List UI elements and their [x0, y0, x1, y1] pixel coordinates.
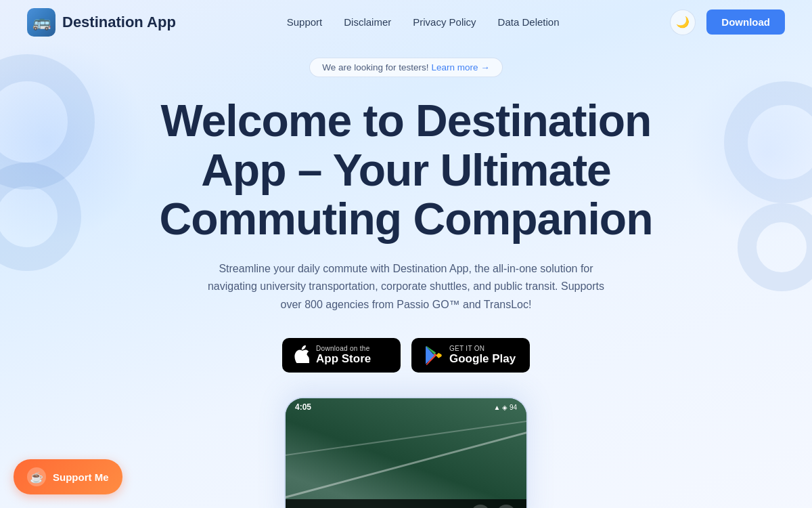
store-buttons: Download on the App Store GET IT ON Goog… — [282, 338, 530, 373]
bottom-actions: ♡ ✕ — [471, 505, 516, 508]
status-icons: ▲ ◈ 94 — [493, 404, 517, 411]
testers-banner: We are looking for testers! Learn more → — [309, 58, 502, 77]
download-button[interactable]: Download — [706, 9, 785, 35]
app-store-sub: Download on the — [316, 345, 371, 352]
phone-screen: 4:05 ▲ ◈ 94 Univ Hall ♡ ✕ — [286, 398, 526, 508]
hero-section: We are looking for testers! Learn more →… — [0, 44, 812, 508]
phone-bottom-bar: Univ Hall ♡ ✕ — [286, 499, 526, 508]
nav-data-deletion[interactable]: Data Deletion — [498, 16, 560, 28]
coffee-symbol: ☕ — [30, 471, 43, 484]
navbar: 🚌 Destination App Support Disclaimer Pri… — [0, 0, 812, 44]
phone-mockup: 4:05 ▲ ◈ 94 Univ Hall ♡ ✕ — [284, 397, 528, 508]
hero-title: Welcome to Destination App – Your Ultima… — [142, 96, 670, 244]
app-name: Destination App — [62, 14, 176, 31]
phone-status-bar: 4:05 ▲ ◈ 94 — [286, 398, 526, 416]
app-icon-symbol: 🚌 — [32, 14, 51, 31]
support-me-label: Support Me — [53, 471, 109, 483]
coffee-icon: ☕ — [27, 467, 46, 486]
app-store-button[interactable]: Download on the App Store — [282, 338, 401, 373]
app-store-main: App Store — [316, 352, 371, 366]
google-play-text: GET IT ON Google Play — [449, 345, 516, 366]
google-play-main: Google Play — [449, 352, 516, 366]
app-icon: 🚌 — [27, 8, 55, 37]
nav-privacy[interactable]: Privacy Policy — [413, 16, 476, 28]
close-button[interactable]: ✕ — [497, 505, 516, 508]
google-play-sub: GET IT ON — [449, 345, 516, 352]
nav-links: Support Disclaimer Privacy Policy Data D… — [287, 16, 560, 28]
nav-right: 🌙 Download — [670, 9, 785, 35]
status-time: 4:05 — [295, 402, 311, 412]
testers-link[interactable]: Learn more → — [431, 62, 489, 72]
google-play-icon — [424, 346, 443, 365]
nav-disclaimer[interactable]: Disclaimer — [344, 16, 391, 28]
dark-mode-toggle[interactable]: 🌙 — [670, 9, 696, 35]
support-me-button[interactable]: ☕ Support Me — [14, 459, 122, 494]
app-store-text: Download on the App Store — [316, 345, 371, 366]
moon-icon: 🌙 — [676, 16, 690, 28]
nav-support[interactable]: Support — [287, 16, 323, 28]
hero-description: Streamline your daily commute with Desti… — [203, 260, 609, 314]
google-play-button[interactable]: GET IT ON Google Play — [411, 338, 530, 373]
heart-button[interactable]: ♡ — [471, 505, 490, 508]
apple-icon — [294, 345, 309, 366]
testers-text: We are looking for testers! — [322, 62, 428, 72]
logo-link[interactable]: 🚌 Destination App — [27, 8, 176, 37]
